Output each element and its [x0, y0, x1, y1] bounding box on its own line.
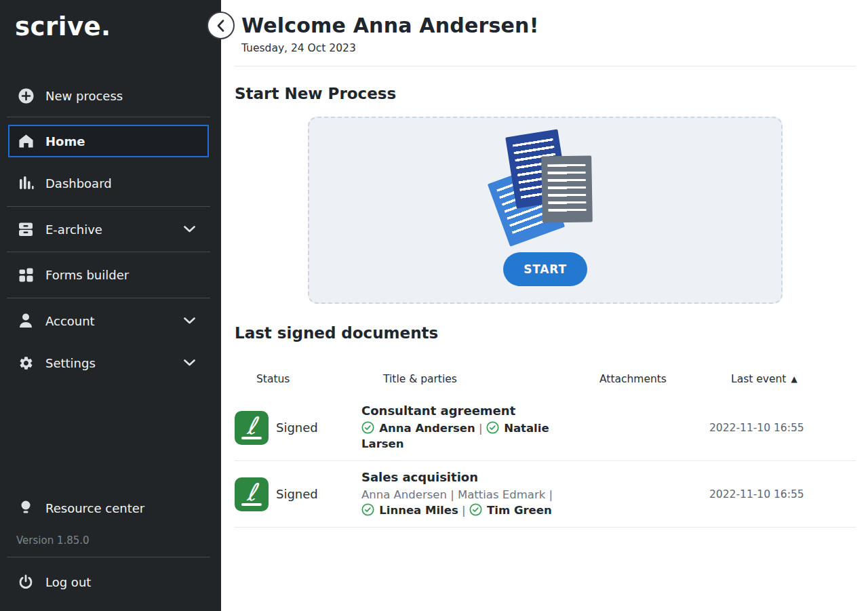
- sidebar-item-dashboard[interactable]: Dashboard: [0, 167, 221, 199]
- sidebar-item-new-process[interactable]: New process: [0, 79, 221, 112]
- status-cell: ℓ Signed: [235, 411, 361, 445]
- party-name: Anna Andersen: [379, 422, 475, 435]
- start-section-title: Start New Process: [235, 85, 856, 102]
- chevron-down-icon: [184, 317, 195, 324]
- start-process-card: START: [308, 117, 783, 304]
- party-name: Mattias Edmark: [458, 488, 545, 501]
- chevron-down-icon: [184, 359, 195, 366]
- documents-illustration: [474, 130, 616, 244]
- table-row[interactable]: ℓ Signed Sales acquisition Anna Andersen…: [235, 461, 856, 528]
- sidebar-item-logout[interactable]: Log out: [0, 566, 221, 598]
- sidebar-divider: [7, 117, 210, 117]
- table-row[interactable]: ℓ Signed Consultant agreement Anna Ander…: [235, 395, 856, 461]
- grid-icon: [18, 267, 34, 283]
- sort-ascending-icon: ▲: [791, 374, 797, 384]
- check-circle-icon: [486, 421, 499, 434]
- document-title: Sales acquisition: [361, 470, 578, 484]
- collapse-sidebar-button[interactable]: [207, 12, 235, 39]
- signed-signature-icon: ℓ: [235, 477, 269, 511]
- table-header-row: Status Title & parties Attachments Last …: [235, 358, 856, 395]
- sidebar-item-label: Log out: [45, 575, 91, 589]
- plus-circle-icon: [18, 87, 34, 104]
- scrive-logo[interactable]: scrive.: [15, 12, 111, 41]
- party-name: Anna Andersen: [361, 488, 447, 501]
- start-button[interactable]: START: [503, 252, 587, 286]
- current-date: Tuesday, 24 Oct 2023: [241, 42, 856, 54]
- column-header-last-event[interactable]: Last event ▲: [731, 373, 856, 385]
- sidebar-item-forms-builder[interactable]: Forms builder: [0, 258, 221, 291]
- sidebar-item-label: Forms builder: [45, 268, 129, 282]
- parties-list: Anna Andersen | Mattias Edmark | Linnea …: [361, 487, 562, 518]
- title-parties-cell: Sales acquisition Anna Andersen | Mattia…: [361, 470, 578, 518]
- sidebar-item-label: Dashboard: [45, 176, 112, 191]
- party-name: Tim Green: [487, 504, 552, 517]
- sidebar-item-label: Settings: [45, 356, 96, 370]
- gear-icon: [18, 355, 34, 371]
- person-icon: [18, 313, 34, 329]
- app-window: scrive. New process Home Dashboard: [0, 0, 868, 611]
- status-label: Signed: [276, 420, 318, 435]
- check-circle-icon: [469, 503, 482, 516]
- sidebar: scrive. New process Home Dashboard: [0, 0, 221, 611]
- sidebar-divider: [7, 206, 210, 207]
- sidebar-divider: [7, 557, 210, 557]
- sidebar-divider: [7, 252, 210, 252]
- status-cell: ℓ Signed: [235, 477, 361, 511]
- title-parties-cell: Consultant agreement Anna Andersen | Nat…: [361, 403, 578, 452]
- check-circle-icon: [361, 503, 374, 516]
- check-circle-icon: [361, 421, 374, 434]
- status-label: Signed: [276, 487, 318, 501]
- party-name: Linnea Miles: [379, 504, 458, 517]
- chevron-down-icon: [184, 226, 195, 233]
- chevron-left-icon: [217, 20, 224, 32]
- sidebar-item-label: New process: [45, 89, 123, 103]
- documents-section-title: Last signed documents: [235, 324, 856, 342]
- home-icon: [18, 133, 34, 149]
- sidebar-item-home[interactable]: Home: [8, 125, 209, 157]
- page-title: Welcome Anna Andersen!: [241, 14, 856, 37]
- last-event-cell: 2022-11-10 16:55: [709, 488, 856, 500]
- parties-list: Anna Andersen | Natalie Larsen: [361, 420, 562, 452]
- main-content: Welcome Anna Andersen! Tuesday, 24 Oct 2…: [221, 0, 868, 611]
- column-header-title-parties[interactable]: Title & parties: [383, 373, 599, 385]
- sidebar-divider: [7, 298, 210, 298]
- column-header-status[interactable]: Status: [256, 373, 383, 385]
- archive-drawers-icon: [18, 221, 34, 237]
- sidebar-item-settings[interactable]: Settings: [0, 347, 221, 379]
- header-divider: [235, 66, 856, 66]
- sidebar-item-account[interactable]: Account: [0, 304, 221, 337]
- version-label: Version 1.85.0: [16, 534, 90, 547]
- sidebar-item-e-archive[interactable]: E-archive: [0, 213, 221, 245]
- sidebar-item-label: Resource center: [45, 501, 144, 515]
- sidebar-item-resource-center[interactable]: Resource center: [0, 492, 221, 524]
- power-icon: [18, 574, 34, 590]
- sidebar-item-label: Home: [45, 134, 85, 149]
- sidebar-item-label: E-archive: [45, 222, 102, 237]
- document-gray-illustration: [541, 155, 593, 222]
- lightbulb-icon: [18, 500, 34, 516]
- last-signed-documents-table: Status Title & parties Attachments Last …: [235, 358, 856, 528]
- last-event-cell: 2022-11-10 16:55: [709, 422, 856, 434]
- document-title: Consultant agreement: [361, 403, 578, 418]
- sidebar-item-label: Account: [45, 314, 95, 328]
- bar-chart-icon: [18, 175, 34, 191]
- signed-signature-icon: ℓ: [235, 411, 269, 445]
- column-header-attachments[interactable]: Attachments: [599, 373, 731, 385]
